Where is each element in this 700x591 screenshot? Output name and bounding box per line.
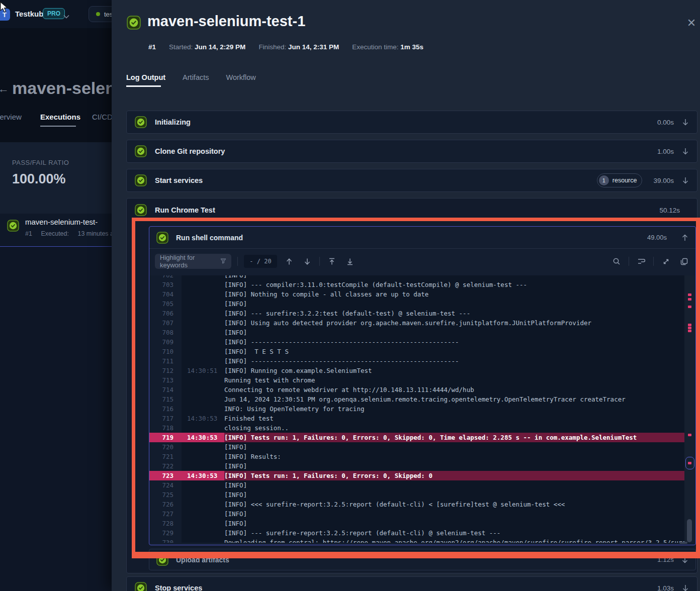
log-line[interactable]: 705[INFO] — [149, 299, 684, 309]
executed-label: Executed: — [41, 230, 69, 237]
log-line[interactable]: 706[INFO] --- surefire:3.2.2:test (defau… — [149, 309, 684, 318]
log-line-number: 714 — [149, 385, 182, 395]
match-marker — [688, 306, 691, 308]
match-marker — [688, 293, 691, 296]
log-line[interactable]: 720[INFO] — [149, 442, 684, 452]
log-line[interactable]: 730Downloading from central: https://rep… — [149, 538, 684, 543]
back-arrow-icon[interactable]: ← — [0, 82, 9, 95]
log-line[interactable]: 716INFO: Using OpenTelemetry for tracing — [149, 404, 684, 414]
log-line[interactable]: 71714:30:53Finished test — [149, 414, 684, 423]
expand-arrow-icon[interactable] — [682, 119, 689, 126]
log-line[interactable]: 710[INFO] T E S T S — [149, 347, 684, 356]
step-duration: 50.12s — [659, 207, 680, 214]
close-icon[interactable]: ✕ — [685, 17, 698, 30]
log-line-text: [INFO] --- compiler:3.11.0:testCompile (… — [224, 280, 527, 289]
log-line[interactable]: 703[INFO] --- compiler:3.11.0:testCompil… — [149, 280, 684, 289]
mouse-cursor — [0, 2, 9, 14]
next-match-icon[interactable] — [301, 255, 313, 267]
step-label: Stop services — [155, 584, 649, 591]
step-stop-services[interactable]: Stop services 1.03s — [126, 576, 697, 591]
tab-workflow[interactable]: Workflow — [226, 73, 255, 81]
execution-list-item[interactable]: maven-selenium-test- #1 Executed: 13 min… — [0, 214, 112, 247]
previous-match-icon[interactable] — [283, 255, 295, 267]
expand-arrow-icon[interactable] — [682, 177, 689, 184]
tab-executions[interactable]: Executions — [40, 113, 80, 121]
log-line-timestamp — [182, 461, 224, 471]
step-start-services[interactable]: Start services 1 resource 39.00s — [126, 169, 697, 192]
log-line[interactable]: 702[INFO] — [149, 275, 684, 280]
log-line-highlighted[interactable]: 72314:30:53[INFO] Tests run: 1, Failures… — [149, 471, 684, 480]
log-line-number: 713 — [149, 375, 182, 385]
log-line-number: 727 — [149, 509, 182, 519]
step-duration: 1.03s — [657, 584, 674, 591]
log-line-timestamp — [182, 347, 224, 356]
expand-arrow-icon[interactable] — [681, 556, 688, 563]
log-line[interactable]: 727[INFO] — [149, 509, 684, 519]
log-line-text: [INFO] ---------------------------------… — [224, 356, 459, 366]
step-clone-git[interactable]: Clone Git repository 1.00s — [126, 140, 697, 163]
fullscreen-icon[interactable] — [660, 255, 672, 267]
execution-number: #1 — [148, 43, 156, 51]
log-line-text: INFO: Using OpenTelemetry for tracing — [224, 404, 364, 414]
log-line-text: Jun 14, 2024 12:30:51 PM org.openqa.sele… — [224, 395, 626, 404]
log-line-timestamp — [182, 500, 224, 509]
highlight-keywords-input[interactable]: Highlight for keywords — [155, 254, 231, 269]
search-icon[interactable] — [610, 255, 623, 267]
log-line[interactable]: 715Jun 14, 2024 12:30:51 PM org.openqa.s… — [149, 395, 684, 404]
word-wrap-icon[interactable] — [635, 255, 647, 267]
log-line[interactable]: 713Running test with chrome — [149, 375, 684, 385]
log-line[interactable]: 726[INFO] <<< surefire-report:3.2.5:repo… — [149, 500, 684, 509]
step-check-icon — [135, 204, 147, 216]
log-line-number: 721 — [149, 452, 182, 461]
step-label: Upload artifacts — [176, 556, 650, 564]
expand-arrow-icon[interactable] — [682, 148, 689, 155]
log-line[interactable]: 704[INFO] Nothing to compile - all class… — [149, 289, 684, 299]
scrollbar-thumb[interactable] — [687, 519, 692, 542]
log-line-timestamp: 14:30:53 — [182, 433, 224, 442]
expand-arrow-icon[interactable] — [682, 584, 689, 591]
chevron-down-icon[interactable] — [63, 12, 69, 21]
execution-title: maven-selenium-test-1 — [147, 13, 305, 30]
log-line-text: [INFO] — [224, 442, 247, 452]
tab-log-output[interactable]: Log Output — [126, 73, 165, 81]
log-line-text: [INFO] Tests run: 1, Failures: 0, Errors… — [224, 433, 637, 442]
copy-icon[interactable] — [678, 255, 690, 267]
log-line-number: 702 — [149, 275, 182, 280]
log-line[interactable]: 729[INFO] --- surefire-report:3.2.5:repo… — [149, 528, 684, 538]
log-line-text: [INFO] — [224, 480, 247, 490]
step-check-icon — [156, 554, 168, 566]
log-line[interactable]: 721[INFO] Results: — [149, 452, 684, 461]
step-initializing[interactable]: Initializing 0.00s — [126, 111, 697, 134]
horizontal-scrollbar-thumb[interactable] — [679, 542, 687, 544]
log-line[interactable]: 728[INFO] — [149, 519, 684, 528]
log-line[interactable]: 725[INFO] — [149, 490, 684, 500]
log-line[interactable]: 718closing session.. — [149, 423, 684, 433]
tab-overview[interactable]: verview — [0, 113, 22, 121]
scroll-to-top-icon[interactable] — [326, 255, 338, 267]
log-line-text: [INFO] --- surefire:3.2.2:test (default-… — [224, 309, 470, 318]
collapse-arrow-icon[interactable] — [681, 234, 688, 241]
log-line-number: 705 — [149, 299, 182, 309]
tab-artifacts[interactable]: Artifacts — [183, 73, 209, 81]
log-line[interactable]: 724[INFO] — [149, 480, 684, 490]
log-line-text: [INFO] Results: — [224, 452, 281, 461]
log-viewer[interactable]: 702[INFO]703[INFO] --- compiler:3.11.0:t… — [149, 275, 684, 543]
log-line-highlighted[interactable]: 71914:30:53[INFO] Tests run: 1, Failures… — [149, 433, 684, 442]
tab-cicd[interactable]: CI/CD — [92, 113, 113, 121]
shell-command-header[interactable]: Run shell command 49.00s — [149, 227, 695, 249]
scroll-to-bottom-icon[interactable] — [344, 255, 356, 267]
filter-icon — [220, 258, 226, 265]
log-line[interactable]: 71214:30:51[INFO] Running com.example.Se… — [149, 366, 684, 375]
log-line[interactable]: 708[INFO] — [149, 328, 684, 337]
active-tab-underline — [126, 85, 161, 87]
step-run-chrome-test[interactable]: Run Chrome Test 50.12s — [127, 199, 697, 222]
log-line[interactable]: 714Connecting to remote webdriver at htt… — [149, 385, 684, 395]
env-status-dot — [96, 12, 100, 16]
log-minimap-scrollbar[interactable] — [684, 275, 695, 543]
step-upload-artifacts[interactable]: Upload artifacts 1.12s — [149, 549, 696, 570]
log-line-number: 715 — [149, 395, 182, 404]
log-line[interactable]: 709[INFO] ------------------------------… — [149, 337, 684, 347]
log-line[interactable]: 722[INFO] — [149, 461, 684, 471]
log-line[interactable]: 707[INFO] Using auto detected provider o… — [149, 318, 684, 328]
log-line[interactable]: 711[INFO] ------------------------------… — [149, 356, 684, 366]
